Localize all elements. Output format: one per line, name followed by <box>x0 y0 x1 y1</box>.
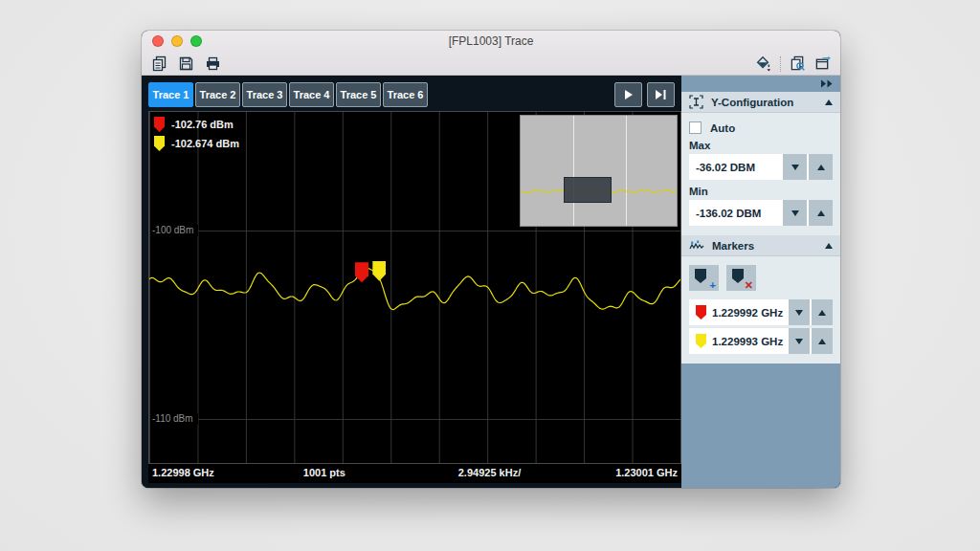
marker2-row: 1.229993 GHz <box>689 328 833 354</box>
window-chrome: [FPL1003] Trace <box>142 31 840 76</box>
marker1-decrement-button[interactable] <box>789 299 810 325</box>
tab-trace-2[interactable]: Trace 2 <box>195 82 240 107</box>
marker1-row: 1.229992 GHz <box>689 299 833 325</box>
arrow-up-icon <box>817 210 825 216</box>
sweep-controls <box>614 82 675 107</box>
marker-readout-m2: -102.674 dBm <box>154 136 239 151</box>
traffic-lights <box>152 35 202 47</box>
x-axis-per-div: 2.94925 kHz/ <box>458 467 521 478</box>
y-config-icon <box>689 95 703 109</box>
arrow-down-icon <box>795 310 803 316</box>
marker2-increment-button[interactable] <box>812 328 833 354</box>
collapse-section-icon[interactable] <box>825 99 833 105</box>
titlebar[interactable]: [FPL1003] Trace <box>142 31 840 53</box>
x-axis-stop: 1.23001 GHz <box>615 467 678 478</box>
desktop: [FPL1003] Trace <box>0 0 980 551</box>
fill-color-icon[interactable] <box>755 55 771 72</box>
markers-title: Markers <box>712 240 754 252</box>
toolbar <box>142 53 840 75</box>
min-label: Min <box>689 186 833 197</box>
marker1-frequency-value: 1.229992 GHz <box>712 307 783 319</box>
zoom-button[interactable] <box>190 35 202 47</box>
toolbar-right <box>755 55 831 72</box>
single-sweep-button[interactable] <box>614 82 642 107</box>
auto-checkbox[interactable] <box>689 121 702 134</box>
config-panel: Y-Configuration Auto Max -36.02 DBM Min <box>681 76 840 488</box>
max-input-row: -36.02 DBM <box>689 154 833 180</box>
tab-trace-3[interactable]: Trace 3 <box>242 82 287 107</box>
app-window: [FPL1003] Trace <box>142 31 840 488</box>
overview-minimap[interactable] <box>520 115 678 227</box>
marker2-frequency-input[interactable]: 1.229993 GHz <box>689 328 787 354</box>
main-content: Trace 1 Trace 2 Trace 3 Trace 4 Trace 5 … <box>142 76 840 488</box>
marker-flag-icon <box>695 269 706 283</box>
marker2-decrement-button[interactable] <box>789 328 810 354</box>
panel-filler <box>681 364 840 488</box>
marker1-increment-button[interactable] <box>812 299 833 325</box>
x-icon: ✕ <box>745 279 753 291</box>
marker-m1-icon <box>154 117 165 132</box>
min-input[interactable]: -136.02 DBM <box>689 200 781 226</box>
minimap-zoom-region[interactable] <box>564 177 612 203</box>
plus-icon: + <box>710 279 716 291</box>
arrow-down-icon <box>795 339 803 344</box>
max-input[interactable]: -36.02 DBM <box>689 154 781 180</box>
marker-m2-icon <box>154 136 165 151</box>
tab-trace-1[interactable]: Trace 1 <box>148 82 193 107</box>
marker-buttons: + ✕ <box>689 265 833 291</box>
marker1-frequency-input[interactable]: 1.229992 GHz <box>689 299 787 325</box>
delete-marker-button[interactable]: ✕ <box>726 265 756 291</box>
window-title: [FPL1003] Trace <box>142 31 840 53</box>
add-marker-button[interactable]: + <box>689 265 719 291</box>
max-increment-button[interactable] <box>809 154 833 180</box>
arrow-down-icon <box>791 165 799 170</box>
sweep-points: 1001 pts <box>303 467 345 478</box>
marker2-frequency-value: 1.229993 GHz <box>712 336 783 347</box>
spectrum-plot: -100 dBm -110 dBm -102.76 dBm <box>148 111 681 464</box>
tab-trace-6[interactable]: Trace 6 <box>383 82 428 107</box>
arrow-up-icon <box>818 339 826 344</box>
y-configuration-body: Auto Max -36.02 DBM Min -136.02 DBM <box>681 113 840 235</box>
close-button[interactable] <box>152 35 164 47</box>
auto-label: Auto <box>710 122 735 134</box>
y-configuration-title: Y-Configuration <box>711 97 793 108</box>
save-icon[interactable] <box>178 55 194 72</box>
minimize-button[interactable] <box>171 35 183 47</box>
marker-m1-icon <box>696 305 706 320</box>
max-decrement-button[interactable] <box>783 154 807 180</box>
min-input-row: -136.02 DBM <box>689 200 833 226</box>
y-configuration-header[interactable]: Y-Configuration <box>681 92 840 113</box>
arrow-down-icon <box>791 210 799 216</box>
collapse-panel-icon[interactable] <box>820 79 834 88</box>
auto-row: Auto <box>689 121 833 134</box>
tab-trace-4[interactable]: Trace 4 <box>289 82 334 107</box>
trace-tab-bar: Trace 1 Trace 2 Trace 3 Trace 4 Trace 5 … <box>148 82 675 107</box>
max-label: Max <box>689 140 833 151</box>
panel-collapse-strip <box>681 76 840 92</box>
marker-flag-icon <box>732 269 744 283</box>
min-increment-button[interactable] <box>809 200 833 226</box>
collapse-section-icon[interactable] <box>825 243 833 249</box>
min-decrement-button[interactable] <box>783 200 807 226</box>
marker-readout-legend: -102.76 dBm -102.674 dBm <box>154 117 239 151</box>
continuous-sweep-button[interactable] <box>647 82 675 107</box>
markers-header[interactable]: Markers <box>681 235 840 256</box>
marker-m1-value: -102.76 dBm <box>171 119 234 130</box>
marker-m2-icon <box>696 334 706 348</box>
markers-body: + ✕ 1.229992 GHz <box>681 256 840 364</box>
copy-icon[interactable] <box>151 55 167 72</box>
print-icon[interactable] <box>205 55 221 72</box>
x-axis-start: 1.22998 GHz <box>152 467 214 478</box>
minimap-trace <box>521 116 677 226</box>
arrow-up-icon <box>817 165 825 170</box>
markers-section-icon <box>689 239 704 253</box>
toolbar-separator <box>780 56 781 72</box>
arrow-up-icon <box>818 310 826 316</box>
marker-m2-value: -102.674 dBm <box>171 138 239 149</box>
tab-trace-5[interactable]: Trace 5 <box>336 82 381 107</box>
new-window-icon[interactable] <box>814 55 831 72</box>
marker-readout-m1: -102.76 dBm <box>154 117 239 132</box>
trace-view: Trace 1 Trace 2 Trace 3 Trace 4 Trace 5 … <box>142 76 681 488</box>
copy-screen-icon[interactable] <box>790 55 806 72</box>
x-axis-bar: 1.22998 GHz 1001 pts 2.94925 kHz/ 1.2300… <box>148 464 681 483</box>
